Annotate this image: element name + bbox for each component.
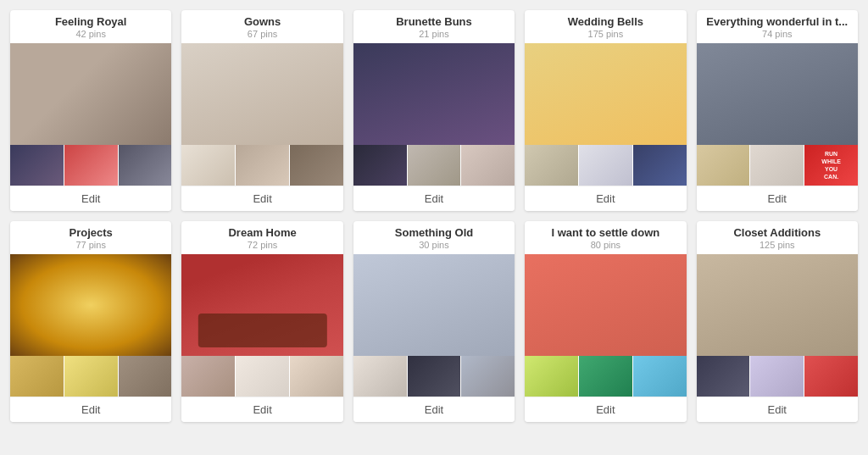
board-title: Something Old — [353, 221, 515, 240]
edit-button[interactable]: Edit — [10, 186, 171, 211]
board-title: Brunette Buns — [353, 10, 515, 29]
board-title: Feeling Royal — [10, 10, 171, 29]
board-something-old: Something Old 30 pins Edit — [353, 221, 515, 422]
board-thumb-3: RUNWHILEYOUCAN. — [804, 145, 858, 186]
board-image-area — [353, 43, 515, 186]
board-thumb-3 — [633, 145, 687, 186]
board-dream-home: Dream Home 72 pins Edit — [181, 221, 342, 422]
board-pin-count: 67 pins — [181, 29, 342, 43]
edit-button[interactable]: Edit — [525, 186, 686, 211]
board-thumb-3 — [290, 356, 343, 397]
board-title: Everything wonderful in t... — [697, 10, 858, 29]
board-thumb-2 — [750, 145, 804, 186]
board-thumb-row — [10, 356, 171, 397]
board-pin-count: 30 pins — [353, 240, 515, 254]
board-thumb-1 — [353, 356, 407, 397]
board-thumb-2 — [408, 145, 461, 186]
edit-button[interactable]: Edit — [353, 397, 515, 422]
board-main-image — [697, 43, 858, 145]
board-main-image — [353, 43, 515, 145]
board-everything-wonderful: Everything wonderful in t... 74 pins RUN… — [697, 10, 858, 211]
board-thumb-1 — [697, 356, 750, 397]
board-thumb-3 — [804, 356, 858, 397]
board-pin-count: 74 pins — [697, 29, 858, 43]
board-thumb-1 — [525, 145, 578, 186]
board-thumb-3 — [633, 356, 687, 397]
board-image-area: RUNWHILEYOUCAN. — [697, 43, 858, 186]
board-thumb-2 — [236, 356, 289, 397]
board-image-area — [525, 254, 686, 397]
board-image-area — [525, 43, 686, 186]
board-image-area — [353, 254, 515, 397]
run-text: RUNWHILEYOUCAN. — [821, 150, 841, 180]
board-title: Projects — [10, 221, 171, 240]
board-main-image — [525, 254, 686, 356]
board-thumb-3 — [461, 356, 515, 397]
board-image-area — [181, 43, 342, 186]
board-image-area — [697, 254, 858, 397]
board-title: Gowns — [181, 10, 342, 29]
board-projects: Projects 77 pins Edit — [10, 221, 171, 422]
edit-button[interactable]: Edit — [353, 186, 515, 211]
board-thumb-1 — [181, 145, 235, 186]
board-image-area — [10, 254, 171, 397]
board-thumb-2 — [408, 356, 461, 397]
board-thumb-2 — [579, 145, 632, 186]
board-pin-count: 72 pins — [181, 240, 342, 254]
board-thumb-row: RUNWHILEYOUCAN. — [697, 145, 858, 186]
board-title: Wedding Bells — [525, 10, 686, 29]
board-thumb-1 — [181, 356, 235, 397]
edit-button[interactable]: Edit — [10, 397, 171, 422]
board-main-image — [10, 43, 171, 145]
board-closet-additions: Closet Additions 125 pins Edit — [697, 221, 858, 422]
board-thumb-3 — [119, 145, 172, 186]
board-pin-count: 42 pins — [10, 29, 171, 43]
board-brunette-buns: Brunette Buns 21 pins Edit — [353, 10, 515, 211]
board-pin-count: 77 pins — [10, 240, 171, 254]
board-thumb-3 — [290, 145, 343, 186]
edit-button[interactable]: Edit — [525, 397, 686, 422]
furniture-shape — [198, 314, 326, 347]
board-thumb-2 — [64, 356, 118, 397]
board-thumb-3 — [461, 145, 515, 186]
board-thumb-row — [697, 356, 858, 397]
board-feeling-royal: Feeling Royal 42 pins Edit — [10, 10, 171, 211]
board-pin-count: 175 pins — [525, 29, 686, 43]
board-gowns: Gowns 67 pins Edit — [181, 10, 342, 211]
board-thumb-1 — [10, 356, 64, 397]
board-title: Closet Additions — [697, 221, 858, 240]
board-thumb-2 — [236, 145, 289, 186]
board-main-image — [181, 43, 342, 145]
board-thumb-row — [181, 145, 342, 186]
board-thumb-row — [181, 356, 342, 397]
board-thumb-row — [525, 145, 686, 186]
board-thumb-row — [353, 145, 515, 186]
board-thumb-1 — [10, 145, 64, 186]
edit-button[interactable]: Edit — [181, 397, 342, 422]
board-settle-down: I want to settle down 80 pins Edit — [525, 221, 686, 422]
board-main-image — [697, 254, 858, 356]
board-thumb-1 — [525, 356, 578, 397]
board-thumb-2 — [579, 356, 632, 397]
board-pin-count: 21 pins — [353, 29, 515, 43]
edit-button[interactable]: Edit — [181, 186, 342, 211]
board-thumb-1 — [353, 145, 407, 186]
board-thumb-row — [10, 145, 171, 186]
board-main-image — [10, 254, 171, 356]
board-title: Dream Home — [181, 221, 342, 240]
boards-grid: Feeling Royal 42 pins Edit Gowns 67 pins… — [10, 10, 858, 422]
board-main-image — [525, 43, 686, 145]
board-thumb-1 — [697, 145, 750, 186]
board-thumb-2 — [750, 356, 804, 397]
board-thumb-3 — [119, 356, 172, 397]
board-pin-count: 80 pins — [525, 240, 686, 254]
board-title: I want to settle down — [525, 221, 686, 240]
board-thumb-2 — [64, 145, 118, 186]
edit-button[interactable]: Edit — [697, 186, 858, 211]
board-main-image — [353, 254, 515, 356]
edit-button[interactable]: Edit — [697, 397, 858, 422]
board-wedding-bells: Wedding Bells 175 pins Edit — [525, 10, 686, 211]
board-main-image — [181, 254, 342, 356]
board-image-area — [10, 43, 171, 186]
board-image-area — [181, 254, 342, 397]
